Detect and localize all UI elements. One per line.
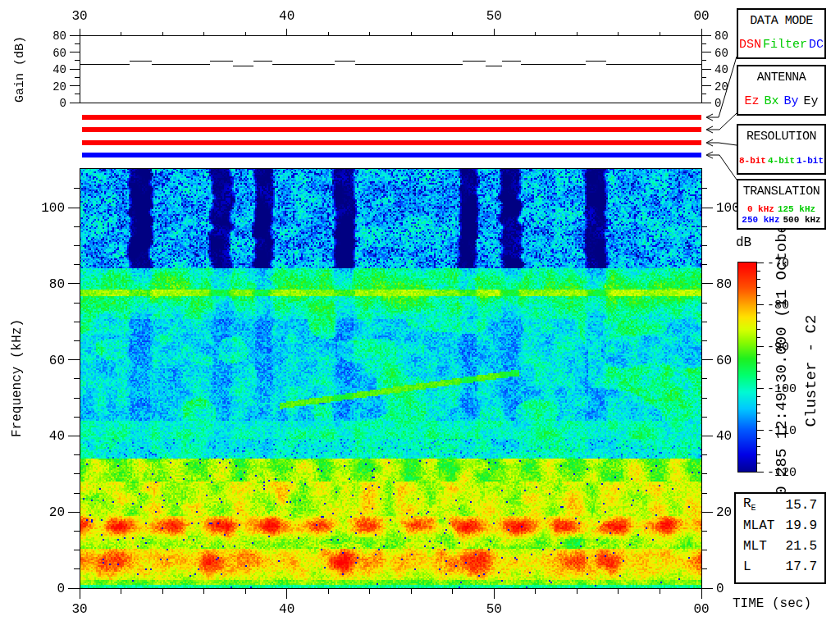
legend-item: 4-bit [768, 156, 795, 167]
legend-item: 250 kHz [742, 215, 779, 226]
svg-text:0: 0 [60, 97, 66, 110]
translation-bar [82, 153, 701, 158]
legend-box-data-mode: DATA MODEDSNFilterDC [737, 8, 826, 59]
spacecraft-label: Cluster - C2 [802, 248, 820, 494]
frequency-axis: 002020404060608080100100 [41, 189, 740, 596]
bottom-time-axis: 30405000 [71, 588, 709, 617]
svg-text:60: 60 [716, 354, 732, 368]
legend-item: DC [809, 38, 824, 52]
legend-title: RESOLUTION [738, 130, 824, 144]
wideband-plot-root: 3040500000202040406060808000202040406060… [0, 0, 840, 630]
gain-axis: 002020404060608080 [52, 30, 728, 110]
legend-item: Ez [744, 94, 759, 108]
svg-text:30: 30 [71, 9, 87, 24]
info-row: MLT21.5 [736, 536, 824, 555]
resolution-bar [82, 140, 701, 145]
svg-text:20: 20 [52, 80, 66, 94]
info-row: L17.7 [736, 557, 824, 576]
svg-text:50: 50 [486, 602, 502, 617]
orbit-info-box: RE15.7MLAT19.9MLT21.5L17.7 [734, 492, 826, 584]
legend-item: Filter [763, 38, 807, 52]
frequency-axis-label: Frequency (kHz) [10, 280, 25, 477]
svg-text:40: 40 [714, 63, 728, 76]
svg-text:100: 100 [41, 201, 65, 216]
svg-text:00: 00 [693, 9, 709, 24]
svg-text:80: 80 [52, 30, 66, 43]
svg-text:00: 00 [693, 602, 709, 617]
legend-item: DSN [739, 38, 761, 52]
svg-text:0: 0 [57, 582, 65, 596]
legend-box-resolution: RESOLUTION8-bit4-bit1-bit [737, 124, 826, 175]
legend-item: 500 kHz [783, 215, 821, 226]
colorbar-title: dB [736, 235, 751, 250]
svg-text:40: 40 [716, 429, 732, 444]
info-row: RE15.7 [736, 495, 824, 514]
svg-text:60: 60 [49, 354, 65, 368]
svg-text:0: 0 [714, 97, 721, 110]
gain-axis-label: Gain (dB) [13, 4, 27, 135]
svg-text:60: 60 [714, 47, 728, 60]
legend-title: TRANSLATION [738, 185, 824, 199]
svg-text:80: 80 [716, 277, 732, 292]
svg-text:40: 40 [279, 602, 294, 617]
legend-box-translation: TRANSLATION0 kHz125 kHz250 kHz500 kHz [737, 179, 826, 230]
legend-item: 125 kHz [778, 204, 815, 215]
gain-trace [80, 62, 701, 66]
svg-text:20: 20 [716, 505, 732, 520]
legend-item: 1-bit [797, 156, 824, 167]
svg-text:40: 40 [279, 9, 294, 24]
legend-title: ANTENNA [738, 71, 824, 84]
svg-text:20: 20 [49, 505, 65, 520]
legend-item: By [784, 94, 799, 108]
legend-item: 0 kHz [747, 204, 774, 215]
svg-text:0: 0 [716, 582, 724, 596]
legend-item: 8-bit [739, 156, 766, 167]
top-time-axis: 30405000 [71, 9, 709, 35]
svg-text:60: 60 [52, 47, 66, 60]
svg-text:50: 50 [486, 9, 502, 24]
antenna-bar [82, 127, 701, 132]
svg-text:40: 40 [49, 429, 65, 444]
time-axis-label: TIME (sec) [733, 596, 811, 611]
legend-item: Bx [764, 94, 778, 108]
svg-text:80: 80 [49, 277, 65, 292]
status-bars [82, 115, 701, 158]
svg-text:80: 80 [714, 30, 728, 43]
svg-text:30: 30 [71, 602, 87, 617]
data-mode-bar [82, 115, 701, 120]
legend-title: DATA MODE [738, 14, 824, 28]
svg-text:40: 40 [52, 63, 66, 76]
axes-layer: 3040500000202040406060808000202040406060… [0, 0, 840, 630]
legend-item: Ey [804, 94, 819, 108]
legend-box-antenna: ANTENNAEzBxByEy [737, 65, 826, 116]
timestamp-label: 2000 285 12:49:30.000 (11 October) [773, 200, 791, 528]
info-row: MLAT19.9 [736, 516, 824, 535]
